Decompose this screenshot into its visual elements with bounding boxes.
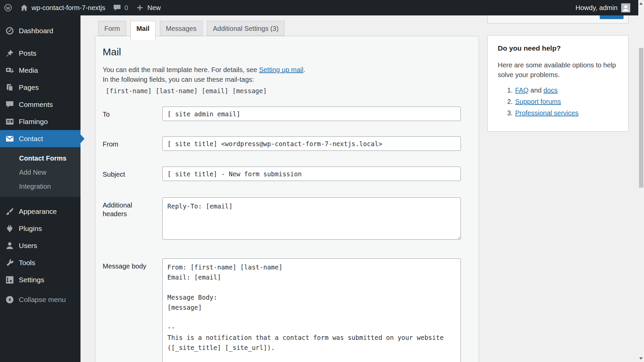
plus-icon — [136, 3, 144, 12]
help-list-item: 2. Support forums — [498, 98, 618, 106]
sidebar-item-contact[interactable]: Contact — [0, 130, 80, 147]
sidebar-item-appearance[interactable]: Appearance — [0, 203, 80, 220]
list-number: 2. — [507, 98, 513, 106]
menu-separator — [0, 197, 80, 203]
additional-headers-textarea[interactable] — [162, 197, 461, 240]
status-box-partial — [487, 15, 629, 23]
media-icon — [5, 66, 14, 75]
sidebar-item-pages[interactable]: Pages — [0, 79, 80, 96]
subject-input[interactable] — [162, 167, 461, 181]
field-label-additional-headers: Additional headers — [103, 197, 162, 241]
from-input[interactable] — [162, 136, 461, 151]
description-text: In the following fields, you can use the… — [103, 76, 254, 83]
docs-link[interactable]: docs — [543, 86, 557, 94]
field-label-subject: Subject — [103, 167, 162, 181]
sidebar-item-posts[interactable]: Posts — [0, 45, 80, 62]
sidebar-label: Plugins — [19, 225, 42, 233]
site-name-menu[interactable]: wp-contact-form-7-nextjs — [16, 0, 109, 15]
save-button-partial[interactable] — [600, 15, 624, 19]
field-row-subject: Subject — [103, 167, 471, 181]
tab-mail[interactable]: Mail — [130, 21, 156, 40]
sidebar-item-users[interactable]: Users — [0, 237, 80, 254]
field-label-from: From — [103, 136, 162, 151]
to-input[interactable] — [162, 107, 461, 121]
sidebar-item-add-new[interactable]: Add New — [0, 165, 80, 179]
wordpress-logo-menu[interactable] — [0, 0, 16, 15]
settings-icon — [5, 275, 14, 285]
mail-panel: Mail You can edit the mail template here… — [95, 36, 479, 362]
sidebar-item-tools[interactable]: Tools — [0, 254, 80, 271]
wrench-icon — [5, 258, 14, 267]
sidebar-label: Settings — [19, 276, 44, 284]
panel-title: Mail — [103, 46, 471, 58]
user-icon — [5, 241, 14, 250]
site-name: wp-contact-form-7-nextjs — [32, 4, 105, 12]
sidebar-item-comments[interactable]: Comments — [0, 96, 80, 113]
sidebar-label: Dashboard — [19, 27, 53, 35]
scrollbar-thumb[interactable] — [639, 48, 643, 188]
sidebar-label: Flamingo — [19, 118, 48, 126]
id-card-icon — [5, 117, 14, 126]
sidebar-item-plugins[interactable]: Plugins — [0, 220, 80, 237]
account-menu[interactable]: Howdy, admin — [576, 3, 638, 12]
professional-services-link[interactable]: Professional services — [515, 109, 579, 117]
wordpress-logo-icon — [4, 3, 12, 12]
scrollbar-down-arrow-icon[interactable] — [639, 357, 643, 360]
tab-form[interactable]: Form — [98, 21, 126, 36]
tab-label: Mail — [137, 25, 150, 33]
faq-link[interactable]: FAQ — [515, 86, 529, 94]
list-number: 1. — [507, 86, 513, 94]
dashboard-icon — [5, 26, 14, 36]
brush-icon — [5, 207, 14, 216]
sidebar-label: Collapse menu — [19, 296, 66, 304]
sidebar-label: Media — [19, 66, 38, 74]
list-text: and — [529, 86, 543, 94]
sidebar: Dashboard Posts Media Pages — [0, 15, 80, 362]
home-icon — [20, 3, 29, 12]
admin-bar: wp-contact-form-7-nextjs 0 New Howdy, ad… — [0, 0, 638, 15]
sidebar-label: Contact — [19, 135, 43, 143]
setting-up-mail-link[interactable]: Setting up mail — [259, 66, 303, 73]
comment-icon — [5, 100, 14, 109]
field-row-to: To — [103, 107, 471, 121]
message-body-textarea[interactable] — [162, 258, 461, 362]
sidebar-item-media[interactable]: Media — [0, 62, 80, 79]
sidebar-label: Tools — [19, 259, 35, 267]
field-label-message-body: Message body — [103, 258, 162, 362]
sidebar-item-flamingo[interactable]: Flamingo — [0, 113, 80, 130]
tab-label: Form — [104, 25, 120, 33]
help-list-item: 3. Professional services — [498, 109, 618, 117]
avatar — [621, 3, 630, 12]
submenu-label: Add New — [19, 169, 46, 176]
new-content-menu[interactable]: New — [132, 0, 164, 15]
tab-label: Messages — [166, 25, 197, 33]
list-number: 3. — [507, 109, 513, 117]
sidebar-item-integration[interactable]: Integration — [0, 179, 80, 193]
field-row-from: From — [103, 136, 471, 151]
sidebar-item-contact-forms[interactable]: Contact Forms — [0, 151, 80, 165]
collapse-icon — [5, 295, 14, 304]
sidebar-label: Appearance — [19, 207, 57, 216]
tab-additional-settings[interactable]: Additional Settings (3) — [207, 21, 285, 36]
pages-icon — [5, 83, 14, 92]
help-box: Do you need help? Here are some availabl… — [487, 35, 629, 132]
sidebar-item-settings[interactable]: Settings — [0, 271, 80, 288]
sidebar-item-dashboard[interactable]: Dashboard — [0, 22, 80, 39]
submenu-label: Integration — [19, 183, 51, 190]
editor-tabs: Form Mail Messages Additional Settings (… — [98, 21, 289, 40]
scrollbar-up-arrow-icon[interactable] — [639, 2, 643, 5]
sidebar-item-collapse-menu[interactable]: Collapse menu — [0, 291, 80, 308]
help-box-list: 1. FAQ and docs 2. Support forums 3. Pro… — [498, 86, 618, 117]
comments-menu[interactable]: 0 — [109, 0, 132, 15]
tab-messages[interactable]: Messages — [160, 21, 203, 36]
contact-submenu: Contact Forms Add New Integration — [0, 147, 80, 197]
sidebar-label: Users — [19, 242, 37, 250]
howdy-text: Howdy, admin — [576, 4, 618, 12]
support-forums-link[interactable]: Support forums — [515, 98, 561, 106]
menu-separator — [0, 39, 80, 45]
page-scrollbar[interactable] — [638, 0, 644, 362]
mail-tags-list: [first-name] [last-name] [email] [messag… — [103, 87, 471, 95]
field-label-text: Additional headers — [103, 201, 145, 218]
sidebar-label: Posts — [19, 49, 37, 57]
sidebar-label: Comments — [19, 101, 53, 109]
